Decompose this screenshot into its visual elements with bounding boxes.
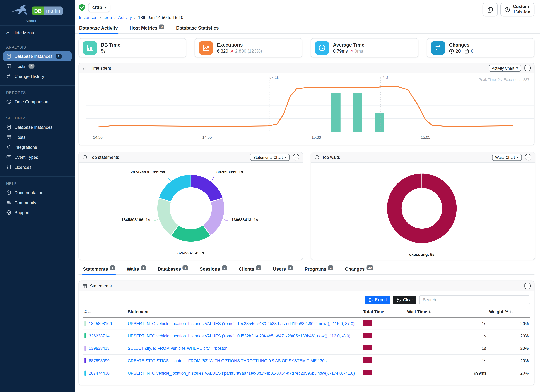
copy-link-button[interactable] [483, 3, 498, 16]
clock-icon [315, 41, 329, 55]
statement-id-link[interactable]: 1845898166 [89, 321, 112, 326]
detail-tab-waits[interactable]: Waits1 [126, 264, 147, 274]
clear-button[interactable]: Clear [393, 296, 416, 304]
tab-database-activity[interactable]: Database Activity [79, 24, 119, 34]
search-input[interactable] [419, 295, 530, 304]
sidebar-item-integrations[interactable]: Integrations [0, 142, 75, 152]
detail-tab-statements[interactable]: Statements5 [82, 264, 116, 274]
total-time-cell [362, 342, 406, 354]
sidebar-item-event-types[interactable]: Event Types [0, 152, 75, 162]
instance-name: crdb [92, 5, 102, 10]
tab-badge: 1 [183, 265, 188, 270]
metric-card-average-time: Average Time0.79ms↗0ms [311, 38, 418, 58]
collapse-time-panel-button[interactable] [524, 65, 531, 71]
sidebar-item-documentation[interactable]: Documentation [0, 188, 75, 198]
top-statements-chart[interactable]: 887898099: 1s139638413: 1s326238714: 1s1… [79, 163, 303, 259]
tab-host-metrics[interactable]: Host Metrics0 [129, 24, 165, 34]
detail-tab-users[interactable]: Users2 [272, 264, 294, 274]
sidebar-item-community[interactable]: Community [0, 198, 75, 208]
arrow-up-right-icon: ↗ [350, 49, 353, 54]
sidebar-item-licences[interactable]: Licences [0, 162, 75, 172]
statement-id-link[interactable]: 287474436 [89, 371, 110, 376]
column-header-[interactable]: # [83, 308, 126, 317]
statement-sql-link[interactable]: CREATE STATISTICS __auto__ FROM [63] WIT… [128, 358, 355, 363]
donut-label: 287474436: 999ms [130, 170, 165, 174]
sidebar-item-support[interactable]: Support [0, 208, 75, 218]
database-icon [6, 54, 11, 59]
sidebar-item-change-history[interactable]: Change History [0, 71, 75, 81]
sidebar-item-label: Integrations [15, 145, 37, 150]
collapse-statements-panel-button[interactable] [293, 154, 299, 161]
metric-card-executions: Executions6,320↗2,830 (123%) [195, 38, 302, 58]
metric-card-body: Executions6,320↗2,830 (123%) [217, 42, 262, 54]
time-range-button[interactable]: Custom 13th Jan [500, 3, 535, 16]
sidebar-item-label: Change History [15, 74, 44, 79]
waits-chart-select[interactable]: Waits Chart▾ [492, 154, 522, 161]
statement-sql-link[interactable]: SELECT city, id FROM vehicles WHERE city… [128, 346, 355, 351]
sidebar-item-database-instances[interactable]: Database Instances [0, 122, 75, 132]
sidebar-item-database-instances[interactable]: Database Instances1 [3, 51, 72, 61]
hide-menu-button[interactable]: « Hide Menu [0, 26, 75, 40]
change-icon [6, 74, 11, 79]
statement-sql-link[interactable]: UPSERT INTO vehicle_location_histories V… [128, 321, 355, 326]
statements-chart-select[interactable]: Statements Chart▾ [250, 154, 290, 161]
detail-tab-changes[interactable]: Changes20 [344, 264, 374, 274]
statements-table-panel: Statements Export Clear #StatementTotal … [79, 281, 535, 385]
sidebar-item-hosts[interactable]: Hosts [0, 132, 75, 142]
sort-icon[interactable] [428, 310, 432, 314]
weight-cell: 20% [488, 367, 530, 379]
column-header-total-time[interactable]: Total Time [362, 308, 406, 317]
topbar: crdb ▾ Instances›crdb›Activity›13th Jan … [75, 0, 540, 20]
sidebar-item-label: Time Comparison [15, 99, 48, 104]
activity-chart-select[interactable]: Activity Chart▾ [489, 65, 521, 71]
column-header-wait-time[interactable]: Wait Time [406, 308, 488, 317]
time-spent-chart[interactable]: Peak Time: 2s, Executions: 837 ⇄18⇄214:5… [79, 73, 534, 145]
detail-tab-sessions[interactable]: Sessions2 [199, 264, 228, 274]
table-row[interactable]: 326238714UPSERT INTO vehicle_location_hi… [83, 330, 530, 342]
statement-id-link[interactable]: 326238714 [89, 334, 110, 338]
column-header-weight[interactable]: Weight % [488, 308, 530, 317]
collapse-waits-panel-button[interactable] [525, 154, 531, 161]
breadcrumb-separator: › [134, 15, 136, 20]
column-header-statement[interactable]: Statement [126, 308, 362, 317]
licence-icon [6, 164, 11, 170]
export-button[interactable]: Export [365, 296, 390, 304]
sort-icon[interactable] [88, 310, 92, 314]
detail-tab-programs[interactable]: Programs2 [304, 264, 334, 274]
sidebar-item-label: Documentation [15, 190, 44, 195]
chevrons-left-icon: « [6, 30, 9, 36]
sidebar-section-reports: REPORTSTime Comparison [0, 91, 75, 107]
time-spent-panel: Time spent Activity Chart▾ Peak Time: 2s… [79, 63, 535, 145]
breadcrumb-13th-jan-14-50-to-15-10: 13th Jan 14:50 to 15:10 [138, 15, 183, 20]
breadcrumb-activity[interactable]: Activity [118, 15, 132, 20]
instance-selector-button[interactable]: crdb ▾ [88, 3, 110, 12]
detail-tab-databases[interactable]: Databases1 [157, 264, 189, 274]
sort-icon[interactable] [509, 310, 514, 314]
wait-time-cell: 1s [406, 354, 488, 367]
breadcrumb-instances[interactable]: Instances [79, 15, 97, 20]
table-row[interactable]: 287474436UPSERT INTO vehicle_location_hi… [83, 367, 530, 379]
sidebar-item-label: Database Instances [15, 125, 53, 129]
table-row[interactable]: 1845898166UPSERT INTO vehicle_location_h… [83, 317, 530, 330]
table-row[interactable]: 887898099CREATE STATISTICS __auto__ FROM… [83, 354, 530, 367]
top-waits-chart[interactable]: executing: 5s [311, 163, 535, 259]
donut-label: 326238714: 1s [177, 251, 204, 255]
detail-tab-clients[interactable]: Clients2 [238, 264, 262, 274]
sidebar-item-time-comparison[interactable]: Time Comparison [0, 97, 75, 107]
tab-database-statistics[interactable]: Database Statistics [175, 24, 220, 34]
donut-label-line [224, 219, 228, 221]
statement-sql-link[interactable]: UPSERT INTO vehicle_location_histories V… [128, 371, 355, 376]
collapse-table-panel-button[interactable] [524, 283, 531, 289]
sidebar-item-label: Hosts [15, 64, 25, 69]
statement-sql-cell: CREATE STATISTICS __auto__ FROM [63] WIT… [126, 354, 362, 367]
statement-sql-cell: SELECT city, id FROM vehicles WHERE city… [126, 342, 362, 354]
export-icon [368, 298, 373, 302]
sidebar-section-title: REPORTS [6, 91, 75, 95]
table-row[interactable]: 139638413SELECT city, id FROM vehicles W… [83, 342, 530, 354]
statement-id-link[interactable]: 887898099 [89, 358, 110, 363]
breadcrumb-crdb[interactable]: crdb [104, 15, 112, 20]
statement-sql-link[interactable]: UPSERT INTO vehicle_location_histories V… [128, 333, 355, 338]
statement-id-link[interactable]: 139638413 [89, 346, 110, 351]
sidebar-item-hosts[interactable]: Hosts0 [0, 61, 75, 71]
metric-card-value: 5s [101, 49, 120, 54]
